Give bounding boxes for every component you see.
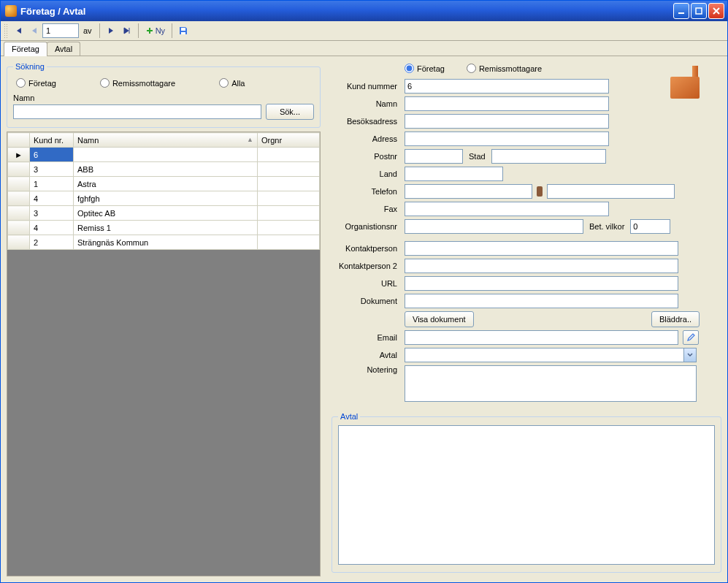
tab-strip: Företag Avtal xyxy=(1,41,727,56)
radio-form-company[interactable] xyxy=(405,64,414,73)
tab-contract[interactable]: Avtal xyxy=(47,42,80,56)
cell-namn[interactable] xyxy=(74,148,258,162)
next-record-button[interactable] xyxy=(103,23,119,39)
grid-container: Kund nr. Namn▲ Orgnr ► 6 xyxy=(7,132,321,576)
bladdra-button[interactable]: Bläddra.. xyxy=(651,311,700,327)
input-kontakt1[interactable] xyxy=(405,241,678,256)
sort-asc-icon: ▲ xyxy=(247,136,253,143)
datagrid[interactable]: Kund nr. Namn▲ Orgnr ► 6 xyxy=(7,132,320,250)
search-opt-all[interactable]: Alla xyxy=(219,78,245,88)
table-row[interactable]: 2 Strängnäs Kommun xyxy=(8,235,320,250)
input-land[interactable] xyxy=(405,167,503,181)
search-legend: Sökning xyxy=(13,62,47,71)
cell-kundnr[interactable]: 4 xyxy=(30,221,74,235)
chevron-down-icon[interactable] xyxy=(683,348,697,362)
label-adress: Adress xyxy=(332,134,405,143)
form-opt-recipient[interactable]: Remissmottagare xyxy=(467,64,542,73)
last-record-button[interactable] xyxy=(119,23,135,39)
radio-recipient[interactable] xyxy=(100,78,110,88)
save-button[interactable] xyxy=(175,23,191,39)
page-number-input[interactable] xyxy=(42,23,79,38)
table-row[interactable]: 4 Remiss 1 xyxy=(8,221,320,235)
table-row[interactable]: 3 Optitec AB xyxy=(8,206,320,221)
input-kundnummer[interactable] xyxy=(405,79,609,94)
factory-icon xyxy=(667,62,707,102)
cell-namn[interactable]: Astra xyxy=(74,177,258,191)
avtal-body xyxy=(338,425,715,565)
close-button[interactable] xyxy=(708,3,724,19)
maximize-button[interactable] xyxy=(691,3,707,19)
visa-dokument-button[interactable]: Visa dokument xyxy=(405,311,474,327)
right-panel: Företag Remissmottagare Kund nummer Namn xyxy=(332,62,721,576)
col-orgnr[interactable]: Orgnr xyxy=(258,133,320,148)
col-namn[interactable]: Namn▲ xyxy=(74,133,258,148)
svg-rect-3 xyxy=(181,32,185,34)
table-row[interactable]: 4 fghfgh xyxy=(8,191,320,206)
input-namn[interactable] xyxy=(405,96,609,111)
maximize-icon xyxy=(695,7,702,15)
form-opt-company[interactable]: Företag xyxy=(405,64,445,73)
cell-kundnr[interactable]: 3 xyxy=(30,206,74,221)
input-notering[interactable] xyxy=(405,365,697,402)
search-opt-company[interactable]: Företag xyxy=(16,78,56,88)
cell-namn[interactable]: Optitec AB xyxy=(74,206,258,221)
cell-kundnr[interactable]: 1 xyxy=(30,177,74,191)
app-icon xyxy=(5,5,17,17)
input-mobil[interactable] xyxy=(547,184,675,199)
label-fax: Fax xyxy=(332,205,405,213)
close-icon xyxy=(713,7,720,15)
cell-orgnr[interactable] xyxy=(258,162,320,177)
col-kundnr[interactable]: Kund nr. xyxy=(30,133,74,148)
radio-company[interactable] xyxy=(16,78,26,88)
cell-orgnr[interactable] xyxy=(258,221,320,235)
label-orgnr: Organistionsnr xyxy=(332,222,405,231)
input-telefon[interactable] xyxy=(405,184,532,199)
new-record-button[interactable]: Ny xyxy=(142,23,169,39)
input-stad[interactable] xyxy=(491,149,606,164)
input-besoksadress[interactable] xyxy=(405,114,609,129)
input-orgnr[interactable] xyxy=(405,219,583,234)
input-kontakt2[interactable] xyxy=(405,259,678,273)
table-row[interactable]: 1 Astra xyxy=(8,177,320,191)
content: Sökning Företag Remissmottagare Alla xyxy=(1,56,727,582)
input-postnr[interactable] xyxy=(405,149,463,164)
label-postnr: Postnr xyxy=(332,152,405,161)
search-opt-recipient[interactable]: Remissmottagare xyxy=(100,78,175,88)
radio-form-recipient[interactable] xyxy=(467,64,476,73)
cell-orgnr[interactable] xyxy=(258,235,320,250)
input-url[interactable] xyxy=(405,276,678,291)
input-email[interactable] xyxy=(405,330,678,345)
search-name-label: Namn xyxy=(13,94,314,102)
first-record-button[interactable] xyxy=(10,23,26,39)
search-button[interactable]: Sök... xyxy=(266,104,314,120)
input-fax[interactable] xyxy=(405,202,609,216)
table-row[interactable]: 3 ABB xyxy=(8,162,320,177)
cell-namn[interactable]: Remiss 1 xyxy=(74,221,258,235)
avtal-combo[interactable] xyxy=(405,348,697,362)
cell-kundnr[interactable]: 6 xyxy=(30,148,74,162)
input-avtal[interactable] xyxy=(405,348,683,362)
edit-email-button[interactable] xyxy=(683,330,699,345)
search-name-input[interactable] xyxy=(13,104,261,119)
prev-icon xyxy=(30,26,39,35)
cell-kundnr[interactable]: 4 xyxy=(30,191,74,206)
cell-namn[interactable]: Strängnäs Kommun xyxy=(74,235,258,250)
cell-orgnr[interactable] xyxy=(258,206,320,221)
cell-orgnr[interactable] xyxy=(258,177,320,191)
input-betvilkor[interactable] xyxy=(630,219,670,234)
minimize-button[interactable] xyxy=(673,3,689,19)
cell-kundnr[interactable]: 2 xyxy=(30,235,74,250)
cell-namn[interactable]: ABB xyxy=(74,162,258,177)
cell-orgnr[interactable] xyxy=(258,191,320,206)
cell-kundnr[interactable]: 3 xyxy=(30,162,74,177)
label-email: Email xyxy=(332,333,405,342)
cell-namn[interactable]: fghfgh xyxy=(74,191,258,206)
input-adress[interactable] xyxy=(405,132,609,146)
table-row[interactable]: ► 6 xyxy=(8,148,320,162)
label-namn: Namn xyxy=(332,99,405,108)
cell-orgnr[interactable] xyxy=(258,148,320,162)
input-dokument[interactable] xyxy=(405,294,678,308)
tab-company[interactable]: Företag xyxy=(4,42,47,56)
prev-record-button[interactable] xyxy=(26,23,42,39)
radio-all[interactable] xyxy=(219,78,229,88)
